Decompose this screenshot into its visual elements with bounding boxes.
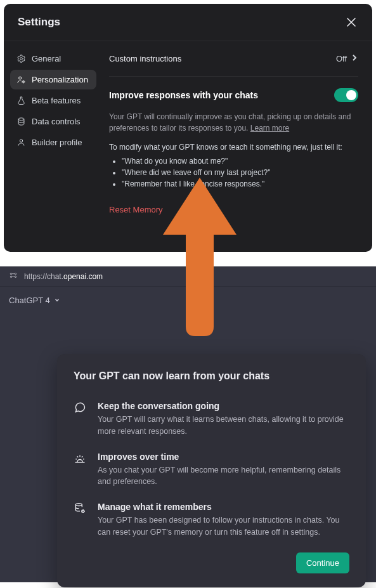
sidebar-item-label: Beta features <box>32 96 81 105</box>
sidebar-item-label: Builder profile <box>32 138 82 147</box>
feature-row: Manage what it remembers Your GPT has be… <box>74 502 349 539</box>
svg-point-9 <box>75 504 82 506</box>
svg-point-4 <box>20 140 22 142</box>
onboarding-title: Your GPT can now learn from your chats <box>74 370 349 382</box>
svg-point-1 <box>19 77 22 79</box>
sunrise-icon <box>74 452 88 466</box>
feature-body: Your GPT will carry what it learns betwe… <box>98 414 349 438</box>
svg-point-0 <box>20 58 23 60</box>
chevron-down-icon <box>54 296 60 305</box>
orange-arrow-up-icon <box>162 178 238 339</box>
custom-instructions-status: Off <box>336 54 347 63</box>
feature-row: Improves over time As you chat your GPT … <box>74 452 349 488</box>
settings-title: Settings <box>18 16 60 29</box>
custom-instructions-status-wrap: Off <box>336 54 358 63</box>
close-icon[interactable] <box>344 15 358 29</box>
custom-instructions-label: Custom instructions <box>109 54 181 63</box>
person-icon <box>16 138 26 147</box>
feature-body: Your GPT has been designed to follow you… <box>98 514 349 539</box>
improve-toggle[interactable] <box>334 88 358 102</box>
svg-point-7 <box>10 276 11 277</box>
feature-body: As you chat your GPT will become more he… <box>98 464 349 488</box>
svg-point-3 <box>18 118 24 121</box>
example-item: "What do you know about me?" <box>122 157 358 166</box>
sidebar-item-label: Personalization <box>32 75 88 84</box>
sidebar-item-label: General <box>32 54 61 63</box>
database-icon <box>16 117 26 126</box>
sidebar-item-personalization[interactable]: Personalization <box>10 70 96 89</box>
svg-point-2 <box>23 81 25 83</box>
sidebar-item-data[interactable]: Data controls <box>10 112 96 131</box>
person-gear-icon <box>16 75 26 84</box>
example-item: "Where did we leave off on my last proje… <box>122 168 358 177</box>
sidebar-item-beta[interactable]: Beta features <box>10 91 96 110</box>
flask-icon <box>16 96 26 105</box>
continue-button[interactable]: Continue <box>296 552 349 573</box>
onboarding-card: Your GPT can now learn from your chats K… <box>57 354 366 587</box>
gear-icon <box>16 54 26 63</box>
sidebar-item-builder[interactable]: Builder profile <box>10 133 96 152</box>
feature-title: Keep the conversation going <box>98 401 349 411</box>
model-label: ChatGPT 4 <box>9 296 50 305</box>
improve-title-row: Improve responses with your chats <box>109 77 358 102</box>
database-gear-icon <box>74 502 88 516</box>
reset-memory-link[interactable]: Reset Memory <box>109 205 163 214</box>
feature-title: Improves over time <box>98 452 349 462</box>
svg-point-8 <box>15 276 16 277</box>
improve-modify-text: To modify what your GPT knows or teach i… <box>109 143 358 152</box>
chat-bubble-icon <box>74 401 88 415</box>
settings-sidebar: General Personalization Beta features Da… <box>4 41 103 251</box>
settings-header: Settings <box>4 4 372 41</box>
feature-title: Manage what it remembers <box>98 502 349 512</box>
sidebar-item-general[interactable]: General <box>10 49 96 69</box>
example-item: "Remember that I like concise responses.… <box>122 180 358 188</box>
svg-point-6 <box>15 273 16 275</box>
url-text: https://chat.openai.com <box>24 272 103 281</box>
sidebar-item-label: Data controls <box>32 117 81 126</box>
svg-point-5 <box>10 273 11 275</box>
chevron-right-icon <box>351 54 358 63</box>
feature-row: Keep the conversation going Your GPT wil… <box>74 401 349 438</box>
custom-instructions-row[interactable]: Custom instructions Off <box>109 48 358 77</box>
improve-description: Your GPT will continually improve as you… <box>109 111 358 134</box>
learn-more-link[interactable]: Learn more <box>250 124 289 133</box>
site-settings-icon <box>9 271 18 282</box>
improve-title: Improve responses with your chats <box>109 90 258 100</box>
